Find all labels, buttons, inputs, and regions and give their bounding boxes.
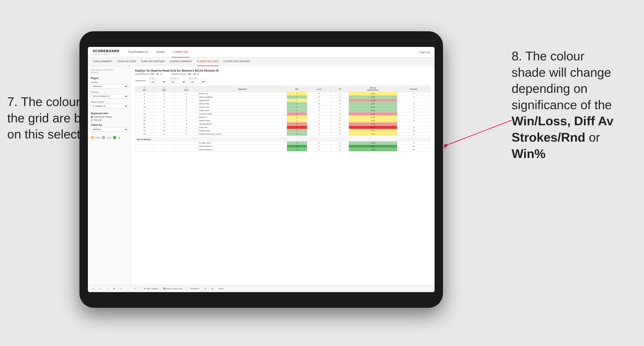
radio-opponents-played-dot[interactable] [91,116,93,118]
filter-region-select[interactable]: (All) [149,80,166,84]
toolbar-view-original[interactable]: 👁 View: Original [142,287,160,291]
nav-teams[interactable]: TEAMS [155,47,166,57]
toolbar-cut[interactable]: ✂ [119,287,124,291]
cell-div: 18 [135,126,154,129]
cell-win: 2 [287,116,307,119]
annotation-right-bold1: Win/Loss, Diff Av [512,114,614,128]
cell-conf: 4 [174,116,198,119]
tablet: SCOREBOARD Powered by clippd TOURNAMENTS… [80,31,443,308]
cell-win: 1 [287,122,307,126]
cell-opponent: NAIA Division 1 [198,145,287,148]
toolbar-share[interactable]: Share [217,287,225,291]
cell-reg: 6 [154,106,174,109]
cell-div: 5 [135,95,154,99]
toolbar-save-custom[interactable]: 💾 Save Custom View [162,287,184,291]
cell-loss: 1 [307,112,331,116]
toolbar-grid[interactable]: ⊞ [112,287,117,291]
cell-loss: 1 [307,133,331,136]
nav-tournaments[interactable]: TOURNAMENTS [127,47,149,57]
cell-reg: 10 [154,129,174,133]
col-win: Win [287,86,307,92]
annotation-right-line2: shade will change [512,65,611,79]
cell-loss: 0 [307,148,331,152]
annotation-right-bold2: Strokes/Rnd [512,130,585,144]
toolbar-watch[interactable]: 👁 Watch ▾ [188,287,201,291]
cell-opponent: Andrea York [198,106,287,109]
player-rank-select[interactable]: 8. Katelyn Vo [91,104,128,108]
cell-opponent: Federica Domecq Lacroze [198,133,287,136]
table-row: 9 1 4 Sharon Mun 1 0 0 3.67 3 [135,102,431,106]
colour-by-select[interactable]: Win/loss [91,127,128,132]
sub-nav-player-summary[interactable]: PLAYER SUMMARY [170,57,192,66]
sub-nav-team-h2h-heatmap[interactable]: TEAM H2H HEATMAP [141,57,165,66]
toolbar-timer[interactable]: ⏲ [133,287,138,291]
radio-top100-row[interactable]: Top 100 [91,119,128,121]
cell-div: 9 [135,102,154,106]
cell-rounds: 4 [397,106,430,109]
colour-by-title: Colour by [91,124,128,126]
legend-level-label: Level [107,137,111,139]
toolbar-redo1[interactable]: ↪ [98,287,103,291]
cell-div: 14 [135,116,154,119]
toolbar-btn1[interactable]: ⊡ [203,287,208,291]
cell-diff: 9.267 [348,145,397,148]
legend-down-dot [91,136,94,139]
cell-opponent: Emily Chang [198,129,287,133]
filter-row: Opponents: Region (All) Conference (All) [135,77,431,84]
radio-opponents-played-row[interactable]: Opponents Played [91,116,128,118]
filter-conference-select[interactable]: (All) [169,80,186,84]
cell-diff: -0.94 [348,122,397,126]
cell-rounds: 4 [397,119,430,122]
col-div: #Div [135,86,154,92]
cell-tie: 0 [331,122,348,126]
cell-conf: 1 [174,109,198,112]
logo-scoreboard: SCOREBOARD [93,49,120,53]
sub-nav-team-h2h-grid[interactable]: TEAM H2H GRID [117,57,136,66]
nav-sign-out[interactable]: | Sign out [419,51,430,54]
cell-tie: 0 [331,145,348,148]
toolbar-undo[interactable]: ↩ [91,287,96,291]
toolbar-redo2[interactable]: ⤾ [105,287,110,291]
table-row: 6 3 3 Sydney Kuo 1 0 0 -1.00 [135,99,431,102]
cell-opponent: Alexis Sudjianto [198,95,287,99]
toolbar-more[interactable]: ··· [126,287,131,291]
table-row: 5 2 2 Alexis Sudjianto 1 0 0 4.00 3 [135,95,431,99]
nav-items: TOURNAMENTS TEAMS COMMITTEE [127,47,419,57]
cell-tie: 0 [331,129,348,133]
cell-win: 1 [287,141,307,145]
sub-nav-team-summary[interactable]: TEAM SUMMARY [93,57,112,66]
annotation-right-line4: significance of the [512,98,612,112]
gender-select[interactable]: Women's [91,84,128,88]
filter-conference: Conference (All) [169,77,186,84]
cell-rounds: 3 [397,95,430,99]
cell-conf: 1 [174,112,198,116]
annotation-right-line1: 8. The colour [512,49,584,63]
cell-win: 4 [287,129,307,133]
radio-top100-dot[interactable] [91,119,93,121]
nav-committee[interactable]: COMMITTEE [172,47,190,57]
cell-diff: -3.00 [348,112,397,116]
filter-opponent-select[interactable]: (All) [189,80,206,84]
sub-nav-player-h2h-grid[interactable]: PLAYER H2H GRID [197,57,218,66]
division-select[interactable]: NCAA Division III [91,94,128,98]
legend-up-dot [113,136,116,139]
cell-win: 1 [287,109,307,112]
cell-diff: 4.500 [348,141,397,145]
col-diff: Diff AvStrokes/Rnd [348,86,397,92]
sub-nav-player-h2h-heatmap[interactable]: PLAYER H2H HEATMAP [224,57,250,66]
logo-powered: Powered by clippd [93,53,120,55]
cell-opponent: Foreign Team [198,141,287,145]
cell-tie: 0 [331,116,348,119]
cell-opponent: Sydney Kuo [198,99,287,102]
toolbar-btn2[interactable]: ⊞ [210,287,215,291]
cell-tie: 0 [331,102,348,106]
cell-loss: 1 [307,119,331,122]
cell-loss: 0 [307,141,331,145]
toolbar-sep1 [140,287,140,291]
cell-win: 1 [287,99,307,102]
cell-rounds: 2 [397,112,430,116]
col-tie: Tie [331,86,348,92]
table-row: Foreign Team 1 0 0 4.500 2 [135,141,431,145]
cell-opponent: Eunice Yi [198,116,287,119]
cell-reg: 11 [154,133,174,136]
